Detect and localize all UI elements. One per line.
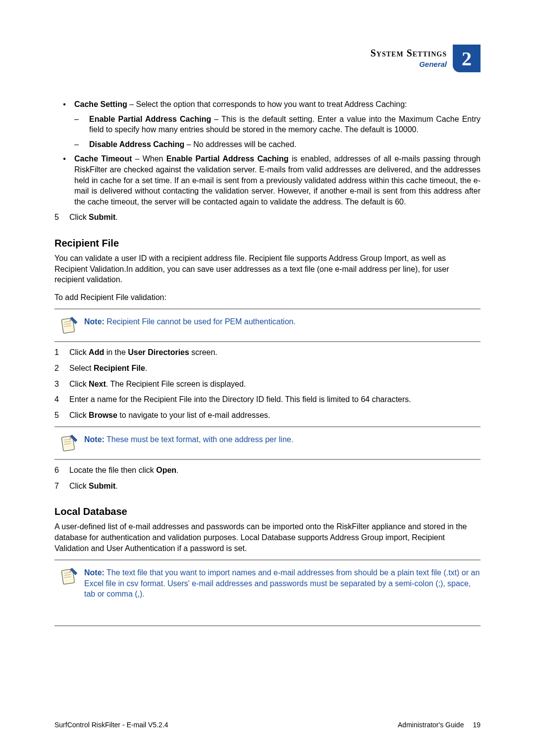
step-4: 4 Enter a name for the Recipient File in… (54, 394, 481, 405)
note-icon (54, 432, 84, 453)
localdb-para: A user-defined list of e-mail addresses … (54, 521, 481, 554)
step-5: 5 Click Browse to navigate to your list … (54, 410, 481, 421)
note-text: Note: The text file that you want to imp… (84, 565, 481, 600)
dash-disable-caching: – Disable Address Caching – No addresses… (74, 139, 481, 150)
t: in the (104, 348, 128, 356)
b: User Directories (128, 348, 189, 356)
bullet-dot: • (54, 99, 74, 110)
step-1: 1 Click Add in the User Directories scre… (54, 347, 481, 358)
note-text-format: Note: These must be text format, with on… (54, 426, 481, 460)
b: Recipient File (94, 364, 145, 372)
note-text: Note: Recipient File cannot be used for … (84, 314, 481, 327)
page-number: 19 (473, 721, 481, 729)
note-body: The text file that you want to import na… (84, 568, 480, 598)
note-text: Note: These must be text format, with on… (84, 432, 481, 445)
bullet-cache-setting: • Cache Setting – Select the option that… (54, 99, 481, 110)
desc: – No addresses will be cached. (184, 140, 296, 149)
t: . (115, 482, 117, 490)
chapter-number-badge: 2 (453, 45, 481, 72)
step-3: 3 Click Next. The Recipient File screen … (54, 379, 481, 390)
label: Disable Address Caching (89, 140, 184, 149)
bullet-dot: • (54, 153, 74, 207)
section-local-database: Local Database (54, 505, 481, 518)
footer-guide: Administrator's Guide (398, 721, 464, 729)
t: Click (69, 411, 89, 419)
desc: – Select the option that corresponds to … (127, 100, 407, 108)
step-6: 6 Locate the file then click Open. (54, 465, 481, 476)
page-header: System Settings General 2 (371, 45, 481, 72)
note-recipient-pem: Note: Recipient File cannot be used for … (54, 308, 481, 342)
t: to navigate to your list of e-mail addre… (117, 411, 270, 419)
step-number: 7 (54, 481, 69, 492)
recipient-intro: To add Recipient File validation: (54, 292, 481, 303)
step-text: Locate the file then click Open. (69, 465, 481, 476)
footer-right: Administrator's Guide19 (398, 721, 481, 729)
note-icon (54, 314, 84, 335)
b: Submit (89, 213, 115, 221)
pre: – When (132, 154, 166, 163)
step-number: 1 (54, 347, 69, 358)
note-body: Recipient File cannot be used for PEM au… (105, 317, 296, 326)
t: . The Recipient File screen is displayed… (106, 380, 246, 388)
step-5-submit: 5 Click Submit. (54, 212, 481, 223)
dash-text: Enable Partial Address Caching – This is… (89, 114, 481, 135)
page: System Settings General 2 • Cache Settin… (0, 0, 535, 756)
step-text: Click Browse to navigate to your list of… (69, 410, 481, 421)
note-label: Note: (84, 435, 105, 444)
step-number: 5 (54, 212, 69, 223)
step-text: Select Recipient File. (69, 363, 481, 374)
t: . (145, 364, 147, 372)
step-number: 6 (54, 465, 69, 476)
note-label: Note: (84, 317, 105, 326)
b: Submit (89, 482, 115, 490)
t: Click (69, 380, 89, 388)
b: Next (89, 380, 106, 388)
note-bottom-rule (54, 625, 481, 626)
step-2: 2 Select Recipient File. (54, 363, 481, 374)
step-text: Click Next. The Recipient File screen is… (69, 379, 481, 390)
step-text: Enter a name for the Recipient File into… (69, 394, 481, 405)
t: screen. (189, 348, 217, 356)
recipient-para: You can validate a user ID with a recipi… (54, 253, 481, 285)
step-text: Click Submit. (69, 212, 481, 223)
step-number: 2 (54, 363, 69, 374)
step-text: Click Submit. (69, 481, 481, 492)
t: Click (69, 482, 89, 490)
dash-mark: – (74, 139, 89, 150)
dash-mark: – (74, 114, 89, 135)
step-text: Click Add in the User Directories screen… (69, 347, 481, 358)
header-title: System Settings (371, 48, 447, 59)
footer-left: SurfControl RiskFilter - E-mail V5.2.4 (54, 721, 168, 729)
t: Select (69, 364, 94, 372)
body-content: • Cache Setting – Select the option that… (54, 99, 481, 626)
t: . (176, 466, 178, 474)
note-localdb-format: Note: The text file that you want to imp… (54, 559, 481, 605)
label: Cache Setting (74, 100, 127, 108)
b: Browse (89, 411, 117, 419)
mid-label: Enable Partial Address Caching (166, 154, 289, 163)
bullet-text: Cache Setting – Select the option that c… (74, 99, 481, 110)
b: Add (89, 348, 104, 356)
page-footer: SurfControl RiskFilter - E-mail V5.2.4 A… (54, 721, 481, 729)
step-number: 4 (54, 394, 69, 405)
label: Cache Timeout (74, 154, 132, 163)
step-number: 5 (54, 410, 69, 421)
step-number: 3 (54, 379, 69, 390)
b: Open (156, 466, 176, 474)
label: Enable Partial Address Caching (89, 115, 211, 123)
dash-text: Disable Address Caching – No addresses w… (89, 139, 481, 150)
section-recipient-file: Recipient File (54, 237, 481, 250)
bullet-cache-timeout: • Cache Timeout – When Enable Partial Ad… (54, 153, 481, 207)
note-body: These must be text format, with one addr… (105, 435, 293, 444)
dash-enable-caching: – Enable Partial Address Caching – This … (74, 114, 481, 135)
pre: Click (69, 213, 89, 221)
step-7: 7 Click Submit. (54, 481, 481, 492)
bullet-text: Cache Timeout – When Enable Partial Addr… (74, 153, 481, 207)
t: Click (69, 348, 89, 356)
header-text: System Settings General (371, 45, 447, 68)
note-icon (54, 565, 84, 586)
post: . (115, 213, 117, 221)
note-label: Note: (84, 568, 105, 577)
header-subtitle: General (371, 60, 447, 68)
t: Locate the file then click (69, 466, 156, 474)
